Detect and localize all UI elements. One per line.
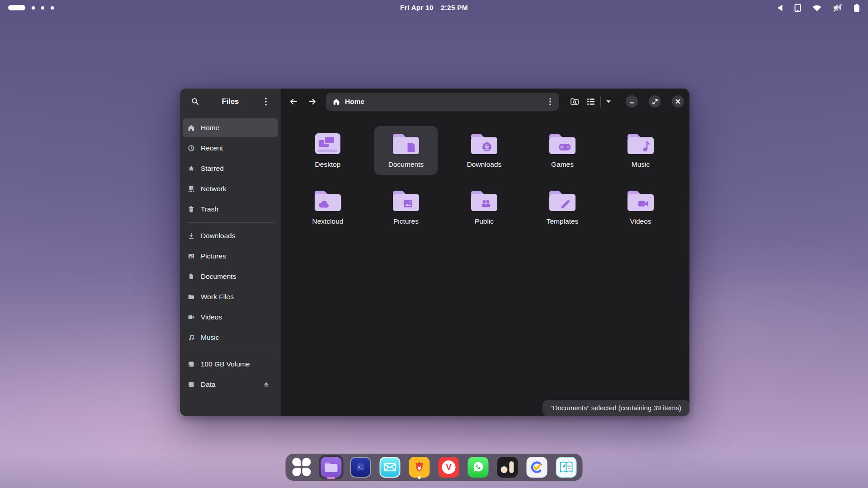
workspace-active-pill[interactable]	[8, 5, 25, 10]
folder-tile-music[interactable]: Music	[609, 126, 672, 175]
folder-icon	[547, 131, 577, 156]
dock-item-show-apps[interactable]	[290, 455, 314, 479]
folder-icon	[391, 131, 421, 156]
main-pane: Home	[281, 89, 689, 416]
active-app-indicator	[327, 477, 335, 479]
clock[interactable]: Fri Apr 10 2:25 PM	[400, 4, 468, 12]
sidebar-item-pictures[interactable]: Pictures	[183, 247, 278, 266]
brave-lion-icon	[409, 457, 430, 478]
dock: >_ V	[286, 454, 583, 481]
dock-item-vivaldi[interactable]: V	[437, 455, 461, 479]
document-emblem-icon	[408, 143, 415, 152]
ghost-terminal-icon: >_	[350, 457, 371, 478]
battery-icon	[854, 4, 860, 12]
document-icon	[188, 273, 195, 280]
folder-tile-videos[interactable]: Videos	[609, 183, 672, 232]
view-mode-button[interactable]	[583, 94, 599, 110]
system-status-area[interactable]	[777, 4, 860, 12]
sidebar-item-label: Videos	[201, 313, 222, 321]
sidebar-item-documents[interactable]: Documents	[183, 267, 278, 286]
dock-item-mail[interactable]	[378, 455, 402, 479]
hard-drive-icon	[188, 361, 195, 368]
folder-tile-documents[interactable]: Documents	[374, 126, 438, 175]
folder-tile-public[interactable]: Public	[453, 183, 516, 232]
workspace-indicator[interactable]	[8, 5, 54, 10]
sidebar-item-home[interactable]: Home	[183, 118, 278, 137]
circle-and-bar-icon	[497, 457, 518, 478]
folder-tile-games[interactable]: Games	[531, 126, 594, 175]
folder-grid: Desktop Documents Downloads	[281, 114, 689, 244]
sidebar-item-trash[interactable]: Trash	[183, 200, 278, 219]
view-options-button[interactable]	[602, 94, 615, 110]
folder-label: Downloads	[467, 160, 502, 169]
star-icon	[188, 165, 195, 172]
current-location: Home	[345, 98, 364, 106]
back-arrow-icon	[289, 98, 297, 105]
hard-drive-icon	[188, 381, 195, 388]
workspace-dot[interactable]	[51, 6, 54, 9]
sidebar-item-label: Home	[201, 124, 219, 132]
sidebar-item-volume-100gb[interactable]: 100 GB Volume	[183, 355, 278, 374]
dock-item-terminal[interactable]: >_	[349, 455, 373, 479]
forward-button[interactable]	[304, 94, 321, 110]
dock-item-ticktick[interactable]	[525, 455, 549, 479]
close-button[interactable]	[672, 95, 684, 108]
back-button[interactable]	[285, 94, 302, 110]
image-icon	[188, 253, 195, 260]
minimize-icon	[629, 99, 634, 104]
folder-label: Nextcloud	[312, 217, 344, 226]
sidebar-item-volume-data[interactable]: Data	[183, 375, 278, 394]
sidebar-item-starred[interactable]: Starred	[183, 159, 278, 178]
sidebar-item-label: Starred	[201, 164, 224, 173]
forward-arrow-icon	[308, 98, 316, 105]
workspace-dot[interactable]	[41, 6, 44, 9]
clock-time: 2:25 PM	[441, 4, 468, 12]
search-button[interactable]	[187, 94, 203, 109]
dock-item-whatsapp[interactable]	[466, 455, 491, 479]
phone-icon	[794, 4, 801, 12]
files-app-icon	[321, 457, 342, 478]
sidebar-item-label: Pictures	[201, 252, 226, 260]
book-leaf-icon	[556, 457, 577, 478]
search-everywhere-button[interactable]	[566, 94, 583, 110]
folder-tile-nextcloud[interactable]: Nextcloud	[296, 183, 359, 232]
folder-tile-pictures[interactable]: Pictures	[374, 183, 438, 232]
sidebar-item-videos[interactable]: Videos	[183, 308, 278, 327]
download-icon	[188, 232, 195, 239]
image-emblem-icon	[404, 200, 412, 207]
app-menu-button[interactable]	[258, 94, 274, 109]
folder-tile-downloads[interactable]: Downloads	[453, 126, 516, 175]
eject-button[interactable]	[259, 378, 273, 391]
sidebar-item-music[interactable]: Music	[183, 328, 278, 347]
maximize-button[interactable]	[649, 95, 661, 108]
folder-icon	[313, 188, 343, 213]
folder-label: Videos	[630, 217, 651, 226]
sidebar-item-work-files[interactable]: Work Files	[183, 287, 278, 306]
home-icon	[333, 98, 340, 105]
clock-date: Fri Apr 10	[400, 4, 434, 12]
location-menu-button[interactable]	[543, 94, 557, 109]
folder-icon	[547, 188, 577, 213]
dock-item-files[interactable]	[319, 455, 344, 479]
sidebar-item-recent[interactable]: Recent	[183, 139, 278, 158]
folder-label: Games	[551, 160, 574, 169]
app-grid-icon	[292, 458, 311, 477]
music-note-icon	[188, 334, 195, 341]
minimize-button[interactable]	[626, 95, 638, 108]
app-title: Files	[222, 97, 239, 106]
download-emblem-icon	[482, 142, 491, 151]
workspace-dot[interactable]	[32, 6, 35, 9]
sidebar-item-network[interactable]: Network	[183, 179, 278, 198]
desktop-icon	[313, 131, 343, 156]
folder-tile-desktop[interactable]: Desktop	[296, 126, 359, 175]
sidebar-item-downloads[interactable]: Downloads	[183, 226, 278, 245]
trash-icon	[188, 206, 195, 213]
sidebar-header: Files	[180, 89, 281, 114]
folder-tile-templates[interactable]: Templates	[531, 183, 594, 232]
dock-item-reader[interactable]	[554, 455, 579, 479]
path-bar[interactable]: Home	[326, 93, 559, 111]
dock-item-dark-app[interactable]	[495, 455, 520, 479]
dock-item-brave[interactable]	[407, 455, 432, 479]
sidebar-item-label: Work Files	[201, 293, 234, 301]
network-icon	[188, 185, 195, 192]
